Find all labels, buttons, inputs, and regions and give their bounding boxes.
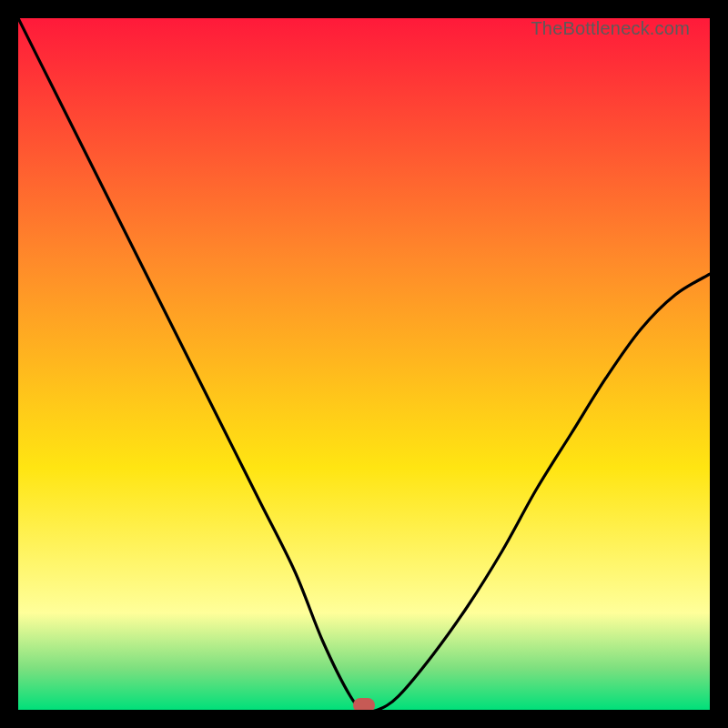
watermark-text: TheBottleneck.com [531,18,690,39]
plot-area: TheBottleneck.com [18,18,710,710]
chart-frame: TheBottleneck.com [0,0,728,728]
bottleneck-marker [353,698,375,710]
bottleneck-curve [18,18,710,710]
